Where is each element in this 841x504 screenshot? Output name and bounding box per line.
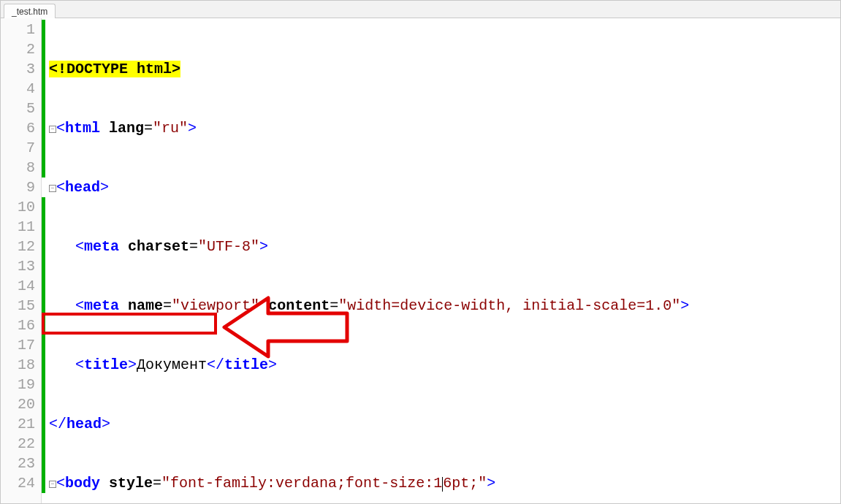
line-number[interactable]: 18: [1, 355, 35, 375]
line-number-gutter: 1 2 3 4 5 6 7 8 9 10 11 12 13 14 15 16 1…: [1, 18, 42, 503]
line-number[interactable]: 12: [1, 237, 35, 256]
line-number[interactable]: 10: [1, 197, 35, 217]
line-number[interactable]: 11: [1, 217, 35, 237]
fold-minus-icon[interactable]: −: [49, 185, 56, 192]
line-number[interactable]: 14: [1, 276, 35, 296]
line-number[interactable]: 6: [1, 118, 35, 138]
line-number[interactable]: 5: [1, 99, 35, 118]
line-number[interactable]: 13: [1, 256, 35, 276]
line-number[interactable]: 2: [1, 39, 35, 59]
code-line[interactable]: −<body style="font-family:verdana;font-s…: [49, 473, 840, 493]
fold-minus-icon[interactable]: −: [49, 126, 56, 133]
code-line[interactable]: <!DOCTYPE html>: [49, 59, 840, 79]
modified-marker: [42, 20, 45, 177]
fold-minus-icon[interactable]: −: [49, 481, 56, 488]
line-number[interactable]: 21: [1, 414, 35, 434]
modified-marker: [42, 197, 45, 493]
line-number[interactable]: 19: [1, 375, 35, 394]
line-number[interactable]: 15: [1, 296, 35, 316]
line-number[interactable]: 9: [1, 177, 35, 197]
line-number[interactable]: 24: [1, 473, 35, 493]
code-line[interactable]: <title>Документ</title>: [49, 355, 840, 375]
line-number[interactable]: 4: [1, 79, 35, 99]
tab-bar: _test.htm: [1, 1, 840, 18]
line-number[interactable]: 23: [1, 454, 35, 473]
line-number[interactable]: 20: [1, 394, 35, 414]
code-text-area[interactable]: <!DOCTYPE html> −<html lang="ru"> −<head…: [49, 18, 840, 503]
line-number[interactable]: 3: [1, 59, 35, 79]
change-marker-column: [42, 18, 49, 503]
line-number[interactable]: 22: [1, 434, 35, 454]
code-line[interactable]: <meta name="viewport" content="width=dev…: [49, 296, 840, 316]
code-line[interactable]: <meta charset="UTF-8">: [49, 237, 840, 256]
code-line[interactable]: −<head>: [49, 177, 840, 197]
line-number[interactable]: 7: [1, 138, 35, 158]
highlight-box: [42, 313, 217, 335]
line-number[interactable]: 1: [1, 20, 35, 39]
line-number[interactable]: 16: [1, 316, 35, 335]
editor-window: _test.htm 1 2 3 4 5 6 7 8 9 10 11 12 13 …: [0, 0, 841, 504]
file-tab[interactable]: _test.htm: [4, 4, 56, 18]
code-area: 1 2 3 4 5 6 7 8 9 10 11 12 13 14 15 16 1…: [1, 18, 840, 503]
code-line[interactable]: </head>: [49, 414, 840, 434]
annotation-layer: [49, 18, 119, 97]
line-number[interactable]: 8: [1, 158, 35, 177]
code-line[interactable]: −<html lang="ru">: [49, 118, 840, 138]
line-number[interactable]: 17: [1, 335, 35, 355]
